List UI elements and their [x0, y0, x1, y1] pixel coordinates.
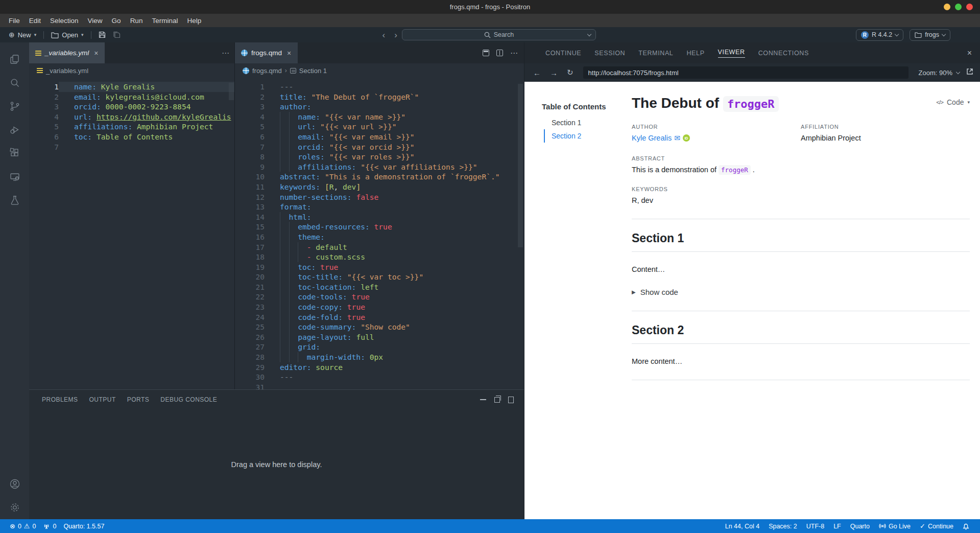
code-line[interactable]: 3author: [235, 102, 524, 112]
search-sidebar-icon[interactable] [3, 71, 27, 95]
code-line[interactable]: 19 toc: true [235, 262, 524, 272]
interpreter-selector[interactable]: R R 4.4.2 [856, 29, 903, 41]
open-external-icon[interactable] [966, 67, 974, 78]
settings-gear-icon[interactable] [3, 496, 27, 519]
menu-edit[interactable]: Edit [25, 15, 45, 26]
code-line[interactable]: 6 email: "{{< var email >}}" [235, 132, 524, 142]
tab-debug-console[interactable]: DEBUG CONSOLE [155, 396, 223, 403]
menu-help[interactable]: Help [182, 15, 206, 26]
menu-view[interactable]: View [83, 15, 107, 26]
code-line[interactable]: 31 [235, 382, 524, 389]
close-icon[interactable]: × [92, 49, 100, 58]
code-line[interactable]: 9 affiliations: "{{< var affiliations >}… [235, 162, 524, 172]
language-mode-status[interactable]: Quarto [846, 523, 874, 530]
code-line[interactable]: 1--- [235, 82, 524, 92]
open-button[interactable]: Open ▾ [47, 30, 87, 40]
code-line[interactable]: 4 name: "{{< var name >}}" [235, 112, 524, 122]
url-field[interactable]: http://localhost:7075/frogs.html [583, 66, 909, 79]
code-line[interactable]: 11keywords: [R, dev] [235, 182, 524, 192]
split-editor-icon[interactable] [496, 50, 503, 56]
tab-viewer[interactable]: VIEWER [711, 42, 752, 63]
cursor-position-status[interactable]: Ln 44, Col 4 [721, 523, 764, 530]
minimize-panel-icon[interactable] [480, 399, 486, 400]
source-control-icon[interactable] [3, 95, 27, 118]
tab-ports[interactable]: PORTS [122, 396, 155, 403]
code-line[interactable]: 23 code-copy: true [235, 302, 524, 312]
code-line[interactable]: 5affiliations: Amphibian Project [29, 122, 234, 132]
extensions-icon[interactable] [3, 142, 27, 165]
zoom-selector[interactable]: Zoom: 90% [915, 69, 964, 77]
code-line[interactable]: 29editor: source [235, 362, 524, 373]
maximize-light[interactable] [955, 4, 962, 10]
orcid-icon[interactable]: iD [683, 134, 690, 142]
tab-problems[interactable]: PROBLEMS [36, 396, 84, 403]
code-line[interactable]: 6toc: Table of Contents [29, 132, 234, 142]
tab-output[interactable]: OUTPUT [84, 396, 122, 403]
close-light[interactable] [966, 4, 973, 10]
code-line[interactable]: 28 margin-width: 0px [235, 352, 524, 362]
eol-status[interactable]: LF [829, 523, 846, 530]
continue-button[interactable]: ✓ Continue [915, 523, 958, 530]
code-line[interactable]: 24 code-fold: true [235, 312, 524, 322]
code-line[interactable]: 8 roles: "{{< var roles >}}" [235, 152, 524, 162]
scrollbar-thumb[interactable] [229, 83, 234, 100]
save-button[interactable] [95, 30, 109, 39]
breadcrumb[interactable]: _variables.yml [29, 63, 234, 78]
remote-explorer-icon[interactable] [3, 165, 27, 189]
tab-variables-yml[interactable]: _variables.yml × [29, 42, 105, 63]
more-actions-icon[interactable]: ⋯ [217, 42, 234, 63]
code-line[interactable]: 7 orcid: "{{< var orcid >}}" [235, 142, 524, 152]
tab-terminal[interactable]: TERMINAL [632, 42, 680, 63]
minimize-light[interactable] [944, 4, 950, 10]
menu-file[interactable]: File [4, 15, 25, 26]
run-debug-icon[interactable] [3, 118, 27, 142]
quarto-version-status[interactable]: Quarto: 1.5.57 [60, 523, 108, 530]
tab-help[interactable]: HELP [680, 42, 711, 63]
problems-status[interactable]: ⊗ 0 ⚠ 0 [6, 523, 39, 530]
nav-back-icon[interactable]: ← [530, 68, 544, 77]
code-line[interactable]: 13format: [235, 202, 524, 212]
mail-icon[interactable]: ✉ [674, 134, 680, 142]
code-line[interactable]: 25 code-summary: "Show code" [235, 322, 524, 332]
reload-icon[interactable]: ↻ [563, 68, 577, 77]
encoding-status[interactable]: UTF-8 [802, 523, 829, 530]
workspace-selector[interactable]: frogs [910, 29, 950, 41]
code-line[interactable]: 17 - default [235, 242, 524, 252]
code-line[interactable]: 7 [29, 142, 234, 152]
tab-continue[interactable]: CONTINUE [539, 42, 588, 63]
code-line[interactable]: 1name: Kyle Grealis [29, 82, 234, 92]
code-line[interactable]: 20 toc-title: "{{< var toc >}}" [235, 272, 524, 282]
close-panel-icon[interactable]: × [967, 49, 972, 58]
code-line[interactable]: 5 url: "{{< var url >}}" [235, 122, 524, 132]
nav-forward-icon[interactable]: → [546, 68, 561, 77]
breadcrumb-file[interactable]: frogs.qmd [252, 67, 282, 75]
code-line[interactable]: 16 theme: [235, 232, 524, 242]
menu-selection[interactable]: Selection [45, 15, 83, 26]
maximize-panel-icon[interactable] [508, 397, 514, 403]
close-icon[interactable]: × [285, 49, 293, 58]
breadcrumb-file[interactable]: _variables.yml [46, 67, 88, 75]
breadcrumb[interactable]: frogs.qmd › Section 1 [235, 63, 524, 78]
code-editor-variables-yml[interactable]: 1name: Kyle Grealis2email: kylegrealis@i… [29, 78, 234, 389]
more-actions-icon[interactable]: ⋯ [510, 49, 518, 58]
code-line[interactable]: 22 code-tools: true [235, 292, 524, 302]
author-link[interactable]: Kyle Grealis [632, 134, 672, 142]
save-all-button[interactable] [109, 30, 124, 39]
show-code-details[interactable]: ▶ Show code [632, 288, 970, 296]
testing-icon[interactable] [3, 189, 27, 212]
code-tools-button[interactable]: </> Code ▾ [936, 98, 970, 106]
account-icon[interactable] [3, 472, 27, 496]
notifications-bell[interactable] [958, 523, 974, 530]
search-input[interactable]: Search [402, 29, 596, 40]
indentation-status[interactable]: Spaces: 2 [764, 523, 802, 530]
toc-item-section-2[interactable]: Section 2 [544, 129, 620, 143]
tab-session[interactable]: SESSION [588, 42, 632, 63]
restore-panel-icon[interactable] [494, 397, 500, 403]
code-line[interactable]: 3orcid: 0000-0002-9223-8854 [29, 102, 234, 112]
code-line[interactable]: 21 toc-location: left [235, 282, 524, 292]
code-line[interactable]: 2title: "The Debut of `froggeR`" [235, 92, 524, 102]
code-line[interactable]: 10abstract: "This is a demonstration of … [235, 172, 524, 182]
scrollbar-thumb[interactable] [518, 84, 523, 247]
history-forward-button[interactable]: › [390, 31, 402, 39]
new-button[interactable]: ⊕ New ▾ [5, 30, 40, 40]
